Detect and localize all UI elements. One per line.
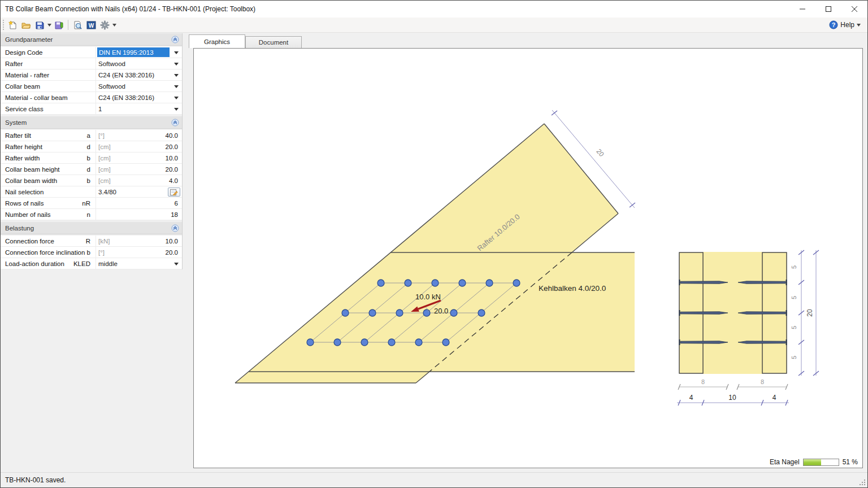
- chevron-down-icon[interactable]: [174, 108, 179, 113]
- param-row-collar-beam-height: Collar beam height d [cm] 20.0: [1, 164, 182, 175]
- chevron-down-icon[interactable]: [174, 74, 179, 79]
- chevron-down-icon[interactable]: [174, 63, 179, 68]
- rafter-depth-dim-label: 20: [594, 147, 606, 158]
- dim-4: 4: [689, 394, 693, 402]
- connection-force-inclination-input[interactable]: 20.0: [166, 247, 178, 258]
- param-label: Nail selection: [5, 186, 44, 198]
- tab-document[interactable]: Document: [245, 36, 302, 48]
- save-export-button[interactable]: [53, 19, 65, 31]
- chevron-down-icon[interactable]: [174, 85, 179, 90]
- rafter-type-select[interactable]: Softwood: [98, 58, 170, 69]
- dim-5: 5: [791, 356, 797, 359]
- param-symbol: b: [87, 175, 90, 186]
- param-symbol: R: [86, 236, 90, 247]
- application-window: TB Collar Beam Connection with Nails (x6…: [0, 0, 868, 488]
- param-label: Rafter: [5, 58, 23, 69]
- utilisation-row: Eta Nagel 51 %: [770, 458, 858, 466]
- window-title: TB Collar Beam Connection with Nails (x6…: [1, 5, 789, 13]
- param-symbol: nR: [82, 198, 90, 209]
- close-button[interactable]: [841, 1, 867, 18]
- save-icon: [35, 20, 45, 30]
- rafter-width-input[interactable]: 10.0: [166, 152, 178, 164]
- collapse-icon[interactable]: [171, 36, 179, 43]
- load-action-duration-select[interactable]: middle: [98, 258, 170, 269]
- toolbar: W: [1, 18, 867, 33]
- param-row-design-code: Design Code DIN EN 1995:2013: [1, 47, 182, 58]
- print-preview-button[interactable]: [71, 19, 84, 31]
- param-symbol: b: [87, 247, 90, 258]
- minimize-button[interactable]: [789, 1, 815, 18]
- section-width-dimensions: 4 10 4: [677, 394, 789, 406]
- collapse-icon[interactable]: [171, 224, 179, 232]
- open-file-button[interactable]: [20, 19, 32, 31]
- param-label: Service class: [5, 103, 44, 115]
- resize-grip[interactable]: [859, 479, 866, 486]
- settings-button[interactable]: [98, 19, 111, 31]
- save-button[interactable]: [33, 19, 46, 31]
- param-label: Collar beam height: [5, 164, 60, 175]
- collar-beam-width-input[interactable]: 4.0: [169, 175, 178, 186]
- help-button[interactable]: ? Help: [828, 19, 861, 31]
- chevron-down-icon[interactable]: [174, 263, 179, 268]
- param-row-rafter-height: Rafter height d [cm] 20.0: [1, 141, 182, 152]
- param-row-collar-beam: Collar beam Softwood: [1, 81, 182, 92]
- dim-5: 5: [791, 296, 797, 299]
- tab-graphics[interactable]: Graphics: [189, 34, 245, 48]
- param-symbol: d: [87, 141, 90, 152]
- chevron-down-icon[interactable]: [174, 97, 179, 102]
- param-symbol: n: [87, 209, 90, 220]
- connection-force-input[interactable]: 10.0: [166, 236, 178, 247]
- status-text: TB-HKN-001 saved.: [1, 473, 867, 487]
- param-row-number-of-nails: Number of nails n 18: [1, 209, 182, 220]
- edit-icon: [170, 189, 178, 195]
- minimize-icon: [799, 6, 806, 12]
- param-label: Collar beam width: [5, 175, 57, 186]
- word-export-icon: W: [86, 20, 96, 30]
- design-code-select[interactable]: DIN EN 1995:2013: [97, 47, 170, 57]
- collapse-icon[interactable]: [171, 119, 179, 127]
- param-unit: [kN]: [98, 236, 110, 247]
- graphics-panel: 20: [193, 48, 863, 468]
- nail-selection-edit-button[interactable]: [168, 188, 180, 197]
- param-row-rafter-tilt: Rafter tilt a [°] 40.0: [1, 130, 182, 141]
- caret-down-icon: [857, 24, 861, 27]
- collar-beam-type-select[interactable]: Softwood: [98, 81, 170, 92]
- param-label: Connection force inclination: [5, 247, 85, 258]
- dim-5: 5: [791, 265, 797, 269]
- param-row-material-collar-beam: Material - collar beam C24 (EN 338:2016): [1, 92, 182, 103]
- dim-5: 5: [791, 326, 797, 329]
- param-label: Rafter width: [5, 152, 40, 164]
- word-export-button[interactable]: W: [85, 19, 97, 31]
- chevron-down-icon[interactable]: [174, 51, 179, 56]
- section-header-belastung[interactable]: Belastung: [1, 222, 182, 234]
- settings-gear-icon: [100, 20, 110, 30]
- toolbar-grip[interactable]: [2, 20, 6, 30]
- collar-beam-height-input[interactable]: 20.0: [166, 164, 178, 175]
- section-header-grundparameter[interactable]: Grundparameter: [1, 33, 182, 46]
- material-collar-beam-select[interactable]: C24 (EN 338:2016): [98, 92, 170, 103]
- tab-strip: Graphics Document: [189, 33, 302, 48]
- settings-dropdown[interactable]: [111, 19, 117, 31]
- maximize-button[interactable]: [815, 1, 841, 18]
- service-class-select[interactable]: 1: [98, 103, 170, 115]
- section-header-system[interactable]: System: [1, 116, 182, 129]
- rows-of-nails-value: 6: [175, 198, 178, 209]
- param-symbol: a: [87, 130, 90, 141]
- title-bar: TB Collar Beam Connection with Nails (x6…: [1, 1, 867, 18]
- new-document-button[interactable]: [6, 19, 19, 31]
- param-unit: [°]: [98, 130, 105, 141]
- param-label: Material - collar beam: [5, 92, 68, 103]
- section-title: Belastung: [1, 222, 182, 234]
- graphics-canvas: 20: [194, 49, 862, 468]
- save-dropdown[interactable]: [46, 19, 52, 31]
- svg-text:?: ?: [832, 21, 836, 28]
- progress-fill: [804, 459, 822, 465]
- material-rafter-select[interactable]: C24 (EN 338:2016): [98, 69, 170, 81]
- param-row-service-class: Service class 1: [1, 103, 182, 115]
- param-row-collar-beam-width: Collar beam width b [cm] 4.0: [1, 175, 182, 186]
- parameter-panel: Grundparameter Design Code DIN EN 1995:2…: [1, 33, 183, 269]
- rafter-tilt-input[interactable]: 40.0: [166, 130, 178, 141]
- rafter-height-input[interactable]: 20.0: [166, 141, 178, 152]
- param-label: Connection force: [5, 236, 54, 247]
- number-of-nails-value: 18: [171, 209, 178, 220]
